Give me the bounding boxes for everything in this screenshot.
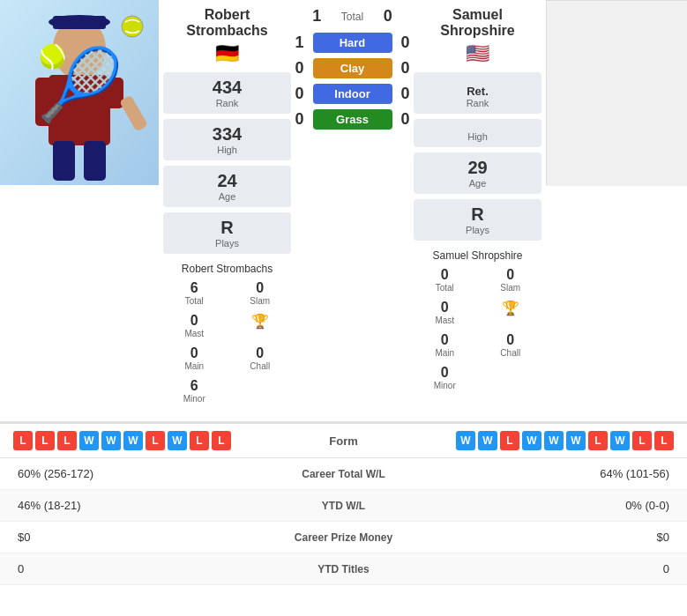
left-score-grid: 6 Total 0 Slam 0 Mast 🏆 0 Main (163, 278, 291, 405)
left-high-label: High (168, 145, 286, 155)
stats-row-1: 46% (18-21) YTD W/L 0% (0-0) (0, 490, 687, 522)
stat-left-0: 60% (256-172) (18, 467, 235, 480)
stat-right-0: 64% (101-56) (452, 467, 669, 480)
right-player-stats: Samuel Shropshire 🇺🇸 Ret. Rank High 29 A… (409, 0, 546, 412)
grass-left-score: 0 (295, 110, 303, 129)
right-slam-label: Slam (482, 283, 541, 293)
left-chall-item: 0 Chall (229, 344, 292, 373)
form-section: LLLWWWLWLL Form WWLWWWLWLL (0, 423, 687, 458)
right-player-photo (546, 0, 687, 185)
left-slam-item: 0 Slam (229, 278, 292, 308)
left-slam-num: 0 (231, 280, 290, 296)
form-badge-w: W (101, 431, 121, 450)
right-trophy-item: 🏆 (480, 298, 542, 327)
right-minor-num: 0 (415, 365, 474, 381)
form-badge-l: L (35, 431, 55, 450)
left-rank-num: 434 (168, 78, 286, 98)
hard-right-score: 0 (401, 33, 410, 52)
svg-rect-6 (53, 141, 75, 181)
right-main-item: 0 Main (414, 330, 476, 360)
right-form-badges: WWLWWWLWLL (456, 431, 674, 450)
form-badge-w: W (478, 431, 497, 450)
stat-right-3: 0 (452, 562, 669, 575)
left-minor-num: 6 (165, 378, 224, 394)
left-chall-num: 0 (231, 345, 290, 361)
right-chall-item: 0 Chall (480, 330, 542, 360)
left-total-label: Total (165, 296, 224, 306)
svg-rect-3 (35, 78, 53, 126)
right-age-card: 29 Age (414, 152, 541, 194)
players-section: Robert Strombachs 🇩🇪 434 Rank 334 High 2… (0, 0, 687, 423)
right-high-label: High (419, 131, 536, 142)
stat-right-1: 0% (0-0) (452, 499, 669, 512)
clay-button: Clay (313, 58, 392, 78)
left-minor-label: Minor (165, 394, 224, 404)
total-left-score: 1 (306, 7, 328, 26)
clay-row: 0 Clay 0 (300, 58, 405, 78)
right-slam-num: 0 (482, 267, 541, 283)
form-label: Form (329, 434, 358, 448)
left-mast-label: Mast (165, 329, 224, 338)
right-plays-card: R Plays (414, 199, 541, 241)
left-main-num: 0 (165, 345, 224, 361)
svg-rect-10 (53, 16, 106, 29)
right-rank-val: Ret. (419, 85, 536, 98)
total-right-score: 0 (377, 7, 399, 26)
stats-row-0: 60% (256-172) Career Total W/L 64% (101-… (0, 458, 687, 490)
right-age-num: 29 (419, 158, 536, 178)
indoor-row: 0 Indoor 0 (300, 84, 405, 104)
total-row: 1 Total 0 (300, 7, 405, 26)
indoor-left-score: 0 (295, 85, 303, 103)
form-badge-w: W (168, 431, 187, 450)
right-plays-label: Plays (419, 225, 536, 235)
main-container: Robert Strombachs 🇩🇪 434 Rank 334 High 2… (0, 0, 687, 585)
right-slam-item: 0 Slam (480, 265, 542, 294)
stat-center-1: YTD W/L (235, 500, 452, 512)
indoor-button: Indoor (313, 84, 392, 104)
right-mast-item: 0 Mast (414, 298, 476, 327)
form-badge-w: W (522, 431, 541, 450)
left-rank-label: Rank (168, 98, 286, 108)
right-minor-label: Minor (415, 381, 474, 390)
left-plays-val: R (168, 218, 286, 238)
right-rank-label: Rank (419, 98, 536, 108)
svg-rect-4 (106, 78, 123, 108)
right-main-label: Main (415, 348, 474, 358)
left-high-card: 334 High (163, 119, 291, 160)
bottom-stats: 60% (256-172) Career Total W/L 64% (101-… (0, 458, 687, 585)
total-label: Total (341, 11, 363, 23)
grass-right-score: 0 (401, 110, 410, 129)
left-total-item: 6 Total (163, 278, 226, 308)
svg-rect-11 (547, 1, 687, 186)
form-badge-l: L (588, 431, 608, 450)
right-rank-card: Ret. Rank (414, 72, 541, 114)
left-mast-item: 0 Mast (163, 311, 226, 340)
form-badge-w: W (566, 431, 586, 450)
hard-row: 1 Hard 0 (300, 33, 405, 53)
left-main-item: 0 Main (163, 344, 226, 373)
form-badge-w: W (610, 431, 630, 450)
right-age-label: Age (419, 178, 536, 189)
left-minor-item: 6 Minor (163, 376, 226, 405)
stat-left-1: 46% (18-21) (18, 499, 235, 512)
left-player-name: Robert Strombachs (163, 7, 291, 39)
left-plays-card: R Plays (163, 212, 291, 254)
stat-left-2: $0 (18, 531, 235, 544)
right-player-name: Samuel Shropshire (414, 7, 541, 39)
hard-left-score: 1 (295, 33, 303, 52)
svg-rect-7 (84, 141, 106, 181)
left-rank-card: 434 Rank (163, 72, 291, 114)
indoor-right-score: 0 (401, 85, 410, 103)
right-score-grid: 0 Total 0 Slam 0 Mast 🏆 0 Main (414, 265, 541, 392)
left-player-stats: Robert Strombachs 🇩🇪 434 Rank 334 High 2… (159, 0, 295, 412)
right-total-num: 0 (415, 267, 474, 283)
form-badge-w: W (79, 431, 99, 450)
right-total-item: 0 Total (414, 265, 476, 294)
form-badge-l: L (146, 431, 165, 450)
right-high-card: High (414, 119, 541, 147)
hard-button: Hard (313, 33, 392, 53)
stat-center-0: Career Total W/L (235, 468, 452, 480)
form-badge-l: L (654, 431, 674, 450)
left-chall-label: Chall (231, 361, 290, 371)
left-main-label: Main (165, 361, 224, 371)
